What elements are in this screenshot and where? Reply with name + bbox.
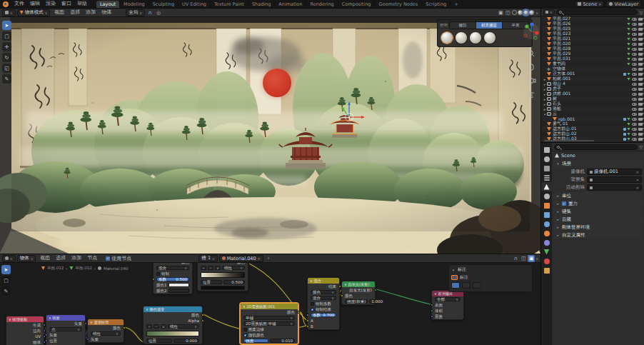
render-camera-icon[interactable] bbox=[638, 118, 643, 121]
overlays-icon[interactable]: ◫ bbox=[504, 9, 511, 16]
panel-单位[interactable]: ▸单位 bbox=[553, 192, 643, 199]
viewport-3d[interactable]: ➤▢✛↻◱✎ 照明 棚拍材质捕捉平展 bbox=[0, 17, 540, 254]
node-header[interactable]: ∨ 自发光(发射) bbox=[342, 281, 375, 287]
render-camera-icon[interactable] bbox=[638, 78, 643, 81]
properties-tab-render[interactable] bbox=[541, 154, 552, 164]
scene-panel-header[interactable]: ▾场景 bbox=[553, 160, 643, 167]
workspace-tab[interactable]: Rendering bbox=[306, 1, 338, 8]
visibility-eye-icon[interactable] bbox=[632, 48, 637, 51]
box-select-tool[interactable]: ▢ bbox=[1, 276, 11, 285]
node-row-2D置换贴图·平铺[interactable]: 2D置换贴图·平铺∨ bbox=[241, 321, 298, 326]
rendered-shading-button[interactable] bbox=[529, 10, 534, 15]
visibility-eye-icon[interactable] bbox=[632, 103, 637, 106]
workspace-tab[interactable]: + bbox=[451, 1, 462, 8]
visibility-eye-icon[interactable] bbox=[632, 138, 637, 141]
visibility-eye-icon[interactable] bbox=[632, 93, 637, 96]
node-socket[interactable] bbox=[201, 319, 204, 322]
node-color-ramp-upper[interactable]: ∨ 颜色渐变颜色＋－∨线性∨位置0.500 bbox=[197, 263, 248, 291]
render-camera-icon[interactable] bbox=[638, 53, 643, 56]
node-socket[interactable] bbox=[306, 314, 309, 316]
node-socket[interactable] bbox=[84, 322, 87, 325]
workspace-tab[interactable]: Compositing bbox=[338, 1, 376, 8]
annotate-tool[interactable]: ✎ bbox=[2, 74, 11, 84]
properties-tab-tool[interactable] bbox=[541, 145, 552, 154]
panel-button[interactable] bbox=[451, 282, 460, 289]
panel-键集[interactable]: ▸键集 bbox=[553, 208, 643, 215]
node-mix-color-upper[interactable]: ∨ 混合颜色混合∨钳制系数0.500颜色1颜色2 bbox=[153, 263, 193, 294]
visibility-eye-icon[interactable] bbox=[632, 118, 637, 121]
lighting-option-材质捕捉[interactable]: 材质捕捉 bbox=[476, 22, 503, 29]
rotate-tool[interactable]: ↻ bbox=[2, 53, 11, 62]
render-camera-icon[interactable] bbox=[638, 128, 643, 131]
node-socket[interactable] bbox=[374, 289, 377, 291]
render-camera-icon[interactable] bbox=[638, 58, 643, 61]
outliner-display-mode[interactable]: ∨ bbox=[543, 9, 555, 15]
app-menu-帮助[interactable]: 帮助 bbox=[74, 1, 90, 6]
camera-view-icon[interactable] bbox=[528, 79, 535, 83]
properties-tab-texture[interactable] bbox=[541, 266, 552, 275]
visibility-eye-icon[interactable] bbox=[632, 78, 637, 81]
node-header[interactable]: ∨ 2D置换贴图.001 bbox=[241, 304, 298, 309]
workspace-tab[interactable]: Sculpting bbox=[149, 1, 178, 8]
app-menu-渲染[interactable]: 渲染 bbox=[43, 1, 59, 6]
workspace-tab[interactable]: Animation bbox=[275, 1, 306, 8]
render-camera-icon[interactable] bbox=[638, 98, 643, 101]
properties-tab-modifiers[interactable] bbox=[541, 210, 552, 219]
app-menu-文件[interactable]: 文件 bbox=[11, 1, 27, 6]
node-socket[interactable] bbox=[201, 314, 204, 316]
node-socket[interactable] bbox=[123, 326, 126, 329]
scene-selector[interactable]: Scene ✕ bbox=[575, 1, 604, 7]
visibility-eye-icon[interactable] bbox=[632, 68, 637, 71]
mode-dropdown[interactable]: 物体模式∨ bbox=[17, 9, 51, 16]
node-canvas[interactable]: ➤▢✎ 平面.012›平面.012›Material.040 ∨ 纹理坐标生成法… bbox=[0, 263, 540, 345]
pin-icon[interactable]: ▣ bbox=[528, 255, 535, 262]
node-row-混合[interactable]: 混合∨ bbox=[154, 265, 192, 271]
workspace-tab[interactable]: Modeling bbox=[120, 1, 149, 8]
workspace-tab[interactable]: Layout bbox=[96, 1, 120, 8]
property-field[interactable]: 摄像机.001✕ bbox=[587, 169, 642, 175]
visibility-eye-icon[interactable] bbox=[632, 98, 637, 101]
workspace-tab[interactable]: Texture Paint bbox=[211, 1, 248, 8]
wireframe-shading-button[interactable] bbox=[512, 10, 517, 15]
node-header[interactable]: ∨ 纹理坐标 bbox=[6, 316, 44, 322]
new-material-button[interactable]: ＋ bbox=[265, 255, 272, 262]
node-row-混合[interactable]: 混合∨ bbox=[308, 295, 339, 301]
panel-刚体世界环境[interactable]: ▸刚体世界环境 bbox=[553, 224, 643, 231]
node-mapping[interactable]: ∨ 映射矢量点∨矢量位置旋转 bbox=[46, 314, 86, 345]
visibility-eye-icon[interactable] bbox=[632, 83, 637, 86]
render-camera-icon[interactable] bbox=[638, 23, 643, 26]
panel-button[interactable] bbox=[462, 282, 471, 289]
editor-type-button[interactable]: ∨ bbox=[2, 9, 16, 16]
snap-magnet-icon[interactable]: ∩ bbox=[146, 9, 154, 16]
annotation-color-swatch[interactable] bbox=[451, 275, 458, 280]
material-selector[interactable]: Material.040 ✕ bbox=[219, 255, 263, 262]
visibility-eye-icon[interactable] bbox=[632, 133, 637, 136]
show-gizmo-icon[interactable]: ▣ bbox=[497, 9, 504, 16]
filter-icon[interactable]: ▽ bbox=[639, 10, 643, 15]
workspace-tab[interactable]: Scripting bbox=[422, 1, 451, 8]
node-row-位置[interactable]: 位置0.000 bbox=[144, 338, 202, 344]
overlay-icon[interactable]: ◫ bbox=[520, 255, 527, 262]
properties-tab-view-layer[interactable] bbox=[541, 173, 552, 182]
viewport-menu-视图[interactable]: 视图 bbox=[51, 9, 67, 16]
panel-音频[interactable]: ▸音频 bbox=[553, 216, 643, 223]
shader-menu-添加[interactable]: 添加 bbox=[69, 255, 84, 261]
properties-tab-scene[interactable] bbox=[541, 182, 552, 191]
properties-tab-physics[interactable] bbox=[541, 229, 552, 238]
render-camera-icon[interactable] bbox=[638, 18, 643, 21]
snap-icon[interactable]: ∩ bbox=[512, 255, 519, 262]
orientation-dropdown[interactable]: 全局∨ bbox=[126, 9, 145, 16]
studio-light-sphere[interactable] bbox=[441, 32, 453, 44]
node-socket[interactable] bbox=[191, 263, 194, 264]
render-camera-icon[interactable] bbox=[638, 123, 643, 126]
node-header[interactable]: ∨ 映射 bbox=[46, 315, 85, 321]
node-row-bar[interactable] bbox=[198, 285, 248, 291]
studio-light-sphere[interactable] bbox=[484, 32, 495, 44]
node-row-系数[interactable]: 系数0.500 bbox=[154, 276, 192, 282]
app-menu-窗口[interactable]: 窗口 bbox=[59, 1, 74, 6]
node-socket[interactable] bbox=[338, 285, 341, 288]
node-row-钳制系数[interactable]: 钳制系数 bbox=[308, 301, 339, 306]
outliner-scrollbar[interactable] bbox=[544, 140, 594, 141]
outliner-row[interactable]: ▾云 bbox=[541, 111, 644, 116]
render-camera-icon[interactable] bbox=[638, 83, 643, 86]
